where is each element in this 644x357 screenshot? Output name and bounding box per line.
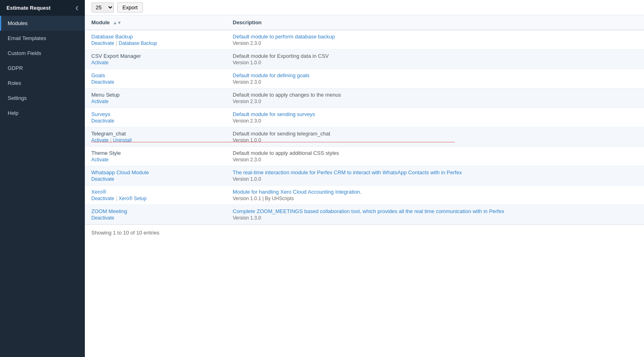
table-body: Database BackupDeactivate|Database Backu… — [85, 30, 644, 224]
module-cell-theme-style: Theme StyleActivate — [85, 147, 226, 166]
desc-cell-database-backup: Default module to perform database backu… — [226, 30, 644, 50]
action-uninstall-telegram-chat[interactable]: Uninstall — [113, 137, 132, 143]
module-cell-zoom-meeting: ZOOM MeetingDeactivate — [85, 205, 226, 224]
module-version-whatsapp-cloud-module: Version 1.0.0 — [233, 176, 638, 182]
module-cell-whatsapp-cloud-module: Whatsapp Cloud ModuleDeactivate — [85, 166, 226, 186]
table-row: ZOOM MeetingDeactivateComplete ZOOM_MEET… — [85, 205, 644, 224]
sidebar-item-custom-fields[interactable]: Custom Fields — [0, 46, 85, 61]
action-activate-menu-setup[interactable]: Activate — [91, 99, 109, 104]
main-content: 25 50 100 Export Module ▲▼ Description D… — [85, 0, 644, 357]
annotation-wrapper-telegram-chat: Default module for sending telegram_chat… — [233, 131, 638, 143]
desc-cell-surveys: Default module for sending surveysVersio… — [226, 108, 644, 127]
desc-cell-xero: Module for handling Xero Cloud Accountin… — [226, 186, 644, 205]
module-version-menu-setup: Version 2.3.0 — [233, 99, 638, 104]
sidebar: Estimate Request ❮ ModulesEmail Template… — [0, 0, 85, 357]
sidebar-items: ModulesEmail TemplatesCustom FieldsGDPRR… — [0, 16, 85, 120]
module-version-surveys: Version 2.3.0 — [233, 118, 638, 124]
module-actions-theme-style: Activate — [91, 157, 220, 163]
modules-table: Module ▲▼ Description Database BackupDea… — [85, 15, 644, 224]
sidebar-header[interactable]: Estimate Request ❮ — [0, 0, 85, 16]
action-activate-telegram-chat[interactable]: Activate — [91, 137, 109, 143]
module-version-telegram-chat: Version 1.0.0 — [233, 137, 638, 143]
module-desc-menu-setup: Default module to apply changes to the m… — [233, 92, 638, 98]
module-desc-csv-export-manager: Default module for Exporting data in CSV — [233, 53, 638, 59]
module-version-csv-export-manager: Version 1.0.0 — [233, 60, 638, 65]
module-desc-xero: Module for handling Xero Cloud Accountin… — [233, 189, 638, 195]
module-name-database-backup[interactable]: Database Backup — [91, 34, 220, 40]
action-deactivate-whatsapp-cloud-module[interactable]: Deactivate — [91, 176, 114, 182]
module-version-database-backup: Version 2.3.0 — [233, 40, 638, 46]
table-row: Database BackupDeactivate|Database Backu… — [85, 30, 644, 50]
module-version-xero: Version 1.0.1 | By UHScripts — [233, 196, 638, 201]
module-actions-zoom-meeting: Deactivate — [91, 215, 220, 221]
module-cell-xero: Xero®Deactivate|Xero® Setup — [85, 186, 226, 205]
action-deactivate-goals[interactable]: Deactivate — [91, 79, 114, 85]
per-page-select[interactable]: 25 50 100 — [91, 2, 114, 13]
action-separator: | — [110, 137, 112, 143]
module-cell-goals: GoalsDeactivate — [85, 69, 226, 89]
modules-table-container: Module ▲▼ Description Database BackupDea… — [85, 15, 644, 357]
table-row: Telegram_chatActivate|UninstallDefault m… — [85, 127, 644, 147]
module-name-surveys[interactable]: Surveys — [91, 111, 220, 117]
action-activate-csv-export-manager[interactable]: Activate — [91, 60, 109, 65]
action-activate-theme-style[interactable]: Activate — [91, 157, 109, 163]
module-desc-goals: Default module for defining goals — [233, 72, 638, 78]
module-name-whatsapp-cloud-module[interactable]: Whatsapp Cloud Module — [91, 169, 220, 175]
module-name-menu-setup[interactable]: Menu Setup — [91, 92, 220, 98]
action-database-backup-database-backup[interactable]: Database Backup — [119, 40, 157, 46]
table-row: Menu SetupActivateDefault module to appl… — [85, 89, 644, 108]
sidebar-header-label: Estimate Request — [6, 5, 51, 11]
module-name-telegram-chat[interactable]: Telegram_chat — [91, 131, 220, 137]
chevron-icon: ❮ — [75, 6, 78, 10]
col-header-module: Module ▲▼ — [85, 15, 226, 30]
desc-cell-zoom-meeting: Complete ZOOM_MEETINGS based collaborati… — [226, 205, 644, 224]
sidebar-item-help[interactable]: Help — [0, 106, 85, 120]
sidebar-item-settings[interactable]: Settings — [0, 91, 85, 106]
module-name-theme-style[interactable]: Theme Style — [91, 150, 220, 156]
table-row: Xero®Deactivate|Xero® SetupModule for ha… — [85, 186, 644, 205]
module-desc-whatsapp-cloud-module: The real-time interaction module for Per… — [233, 169, 638, 175]
sidebar-item-gdpr[interactable]: GDPR — [0, 61, 85, 76]
action-deactivate-zoom-meeting[interactable]: Deactivate — [91, 215, 114, 221]
table-footer: Showing 1 to 10 of 10 entries — [85, 224, 644, 241]
module-cell-telegram-chat: Telegram_chatActivate|Uninstall — [85, 127, 226, 147]
module-name-xero[interactable]: Xero® — [91, 189, 220, 195]
table-row: GoalsDeactivateDefault module for defini… — [85, 69, 644, 89]
module-cell-menu-setup: Menu SetupActivate — [85, 89, 226, 108]
sidebar-item-email-templates[interactable]: Email Templates — [0, 31, 85, 46]
action-deactivate-database-backup[interactable]: Deactivate — [91, 40, 114, 46]
module-actions-csv-export-manager: Activate — [91, 60, 220, 65]
col-header-description: Description — [226, 15, 644, 30]
export-button[interactable]: Export — [117, 2, 143, 13]
module-version-theme-style: Version 2.3.0 — [233, 157, 638, 163]
action-xero-setup-xero[interactable]: Xero® Setup — [119, 196, 147, 201]
module-version-goals: Version 2.3.0 — [233, 79, 638, 85]
module-cell-database-backup: Database BackupDeactivate|Database Backu… — [85, 30, 226, 50]
module-cell-csv-export-manager: CSV Export ManagerActivate — [85, 50, 226, 69]
top-bar: 25 50 100 Export — [85, 0, 644, 15]
desc-cell-goals: Default module for defining goalsVersion… — [226, 69, 644, 89]
module-actions-telegram-chat: Activate|Uninstall — [91, 137, 220, 143]
desc-cell-telegram-chat: Default module for sending telegram_chat… — [226, 127, 644, 147]
module-actions-whatsapp-cloud-module: Deactivate — [91, 176, 220, 182]
module-desc-zoom-meeting: Complete ZOOM_MEETINGS based collaborati… — [233, 208, 638, 214]
module-name-csv-export-manager[interactable]: CSV Export Manager — [91, 53, 220, 59]
module-actions-goals: Deactivate — [91, 79, 220, 85]
module-name-goals[interactable]: Goals — [91, 72, 220, 78]
module-name-zoom-meeting[interactable]: ZOOM Meeting — [91, 208, 220, 214]
action-deactivate-surveys[interactable]: Deactivate — [91, 118, 114, 124]
sidebar-item-modules[interactable]: Modules — [0, 16, 85, 31]
module-actions-menu-setup: Activate — [91, 99, 220, 104]
module-cell-surveys: SurveysDeactivate — [85, 108, 226, 127]
module-actions-xero: Deactivate|Xero® Setup — [91, 196, 220, 201]
module-desc-database-backup: Default module to perform database backu… — [233, 34, 638, 40]
action-deactivate-xero[interactable]: Deactivate — [91, 196, 114, 201]
sort-icon[interactable]: ▲▼ — [113, 20, 122, 25]
action-separator: | — [116, 196, 117, 201]
desc-cell-whatsapp-cloud-module: The real-time interaction module for Per… — [226, 166, 644, 186]
module-version-zoom-meeting: Version 1.3.0 — [233, 215, 638, 221]
table-row: Theme StyleActivateDefault module to app… — [85, 147, 644, 166]
action-separator: | — [116, 40, 117, 46]
sidebar-item-roles[interactable]: Roles — [0, 76, 85, 91]
desc-cell-theme-style: Default module to apply additional CSS s… — [226, 147, 644, 166]
